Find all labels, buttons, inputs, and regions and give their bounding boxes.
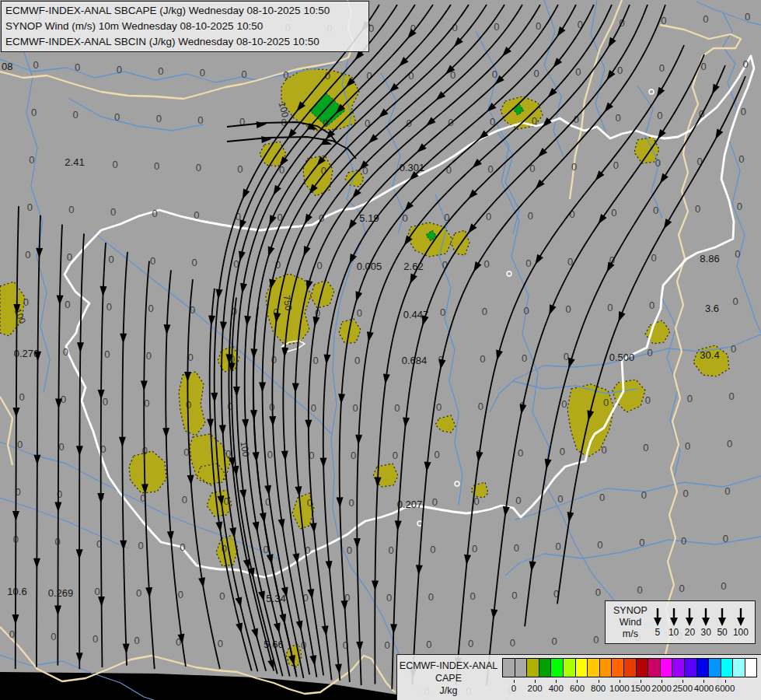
cape-color-cell — [563, 658, 576, 677]
grid-zero-label: 0 — [745, 11, 750, 23]
grid-zero-label: 0 — [468, 638, 473, 649]
cape-color-cell — [648, 658, 661, 677]
grid-zero-label: 0 — [735, 248, 740, 260]
grid-zero-label: 0 — [110, 206, 116, 218]
wind-speed-label: 20 — [685, 627, 695, 638]
cape-legend-title: ECMWF-INDEX-ANAL CAPE J/kg — [397, 655, 500, 697]
cape-color-cell — [515, 658, 528, 677]
cape-scale-tick — [599, 680, 599, 683]
grid-zero-label: 0 — [737, 201, 742, 212]
grid-zero-label: 0 — [723, 533, 728, 544]
station-value-label: 2.41 — [65, 156, 84, 168]
grid-zero-label: 0 — [156, 113, 162, 124]
grid-zero-label: 0 — [219, 590, 225, 602]
grid-zero-label: 0 — [25, 249, 30, 261]
cape-scale-tick — [556, 680, 557, 683]
grid-zero-label: 0 — [59, 441, 65, 453]
wind-speed-label: 30 — [701, 627, 711, 638]
down-arrow-icon — [652, 607, 663, 627]
grid-zero-label: 0 — [637, 584, 643, 596]
grid-zero-label: 0 — [31, 107, 37, 118]
grid-zero-label: 0 — [565, 303, 571, 315]
grid-zero-label: 0 — [557, 493, 563, 505]
cape-color-cell — [672, 658, 685, 677]
cape-color-cell — [623, 658, 637, 677]
grid-zero-label: 0 — [536, 20, 541, 32]
cape-scale-label: 200 — [528, 684, 543, 693]
grid-zero-label: 0 — [351, 450, 356, 461]
grid-zero-label: 0 — [478, 401, 483, 412]
cape-legend-model: ECMWF-INDEX-ANAL — [397, 660, 500, 672]
cape-scale-tick — [682, 680, 683, 683]
weather-map: 0000000000000000000000000000000000000000… — [0, 0, 761, 700]
grid-zero-label: 0 — [474, 495, 480, 507]
clipped-isobar-label: 08 — [2, 61, 12, 72]
grid-zero-label: 0 — [556, 541, 561, 552]
cape-color-cell — [660, 658, 673, 677]
grid-zero-label: 0 — [597, 539, 602, 551]
grid-zero-label: 0 — [470, 590, 475, 602]
grid-zero-label: 0 — [27, 201, 33, 213]
grid-zero-label: 0 — [727, 438, 732, 450]
grid-zero-label: 0 — [104, 348, 110, 360]
title-line-wind: SYNOP Wind (m/s) 10m Wednesday 08-10-202… — [5, 19, 365, 34]
grid-zero-label: 0 — [742, 58, 748, 70]
grid-zero-label: 0 — [354, 355, 360, 366]
cape-color-cell — [684, 658, 697, 677]
cape-scale-tick — [535, 680, 536, 683]
cape-color-cell — [587, 658, 600, 677]
cape-scale-label: 1000 — [609, 684, 630, 693]
grid-zero-label: 0 — [241, 68, 246, 80]
grid-zero-label: 0 — [643, 442, 648, 453]
grid-zero-label: 0 — [639, 537, 644, 548]
grid-zero-label: 0 — [108, 254, 113, 265]
grid-zero-label: 0 — [685, 440, 690, 452]
station-value-label: 5.34 — [266, 593, 285, 604]
wind-speed-label: 10 — [668, 627, 679, 638]
grid-zero-label: 0 — [593, 634, 599, 646]
grid-zero-label: 0 — [494, 21, 499, 33]
cape-scale-label: 1500 — [630, 684, 651, 693]
wind-legend-title: SYNOP Wind m/s — [606, 605, 652, 640]
grid-zero-label: 0 — [731, 343, 736, 355]
cape-scale-tick — [577, 680, 578, 683]
grid-zero-label: 0 — [575, 66, 581, 78]
grid-zero-label: 0 — [651, 252, 657, 264]
grid-zero-label: 0 — [434, 449, 439, 460]
grid-zero-label: 0 — [237, 163, 243, 175]
grid-zero-label: 0 — [114, 111, 120, 123]
cape-color-cell — [539, 658, 552, 677]
grid-zero-label: 0 — [103, 396, 108, 408]
grid-zero-label: 0 — [510, 637, 515, 649]
grid-zero-label: 0 — [152, 208, 158, 219]
grid-zero-label: 0 — [647, 347, 652, 359]
cape-color-cell — [550, 658, 564, 677]
grid-zero-label: 0 — [182, 494, 187, 506]
grid-zero-label: 0 — [428, 591, 434, 603]
grid-zero-label: 0 — [514, 542, 519, 554]
grid-zero-label: 0 — [68, 204, 74, 215]
grid-zero-label: 0 — [178, 589, 183, 600]
grid-zero-label: 0 — [482, 306, 487, 317]
grid-zero-label: 0 — [9, 628, 15, 640]
grid-zero-label: 0 — [703, 13, 708, 25]
grid-zero-label: 0 — [440, 306, 445, 318]
cape-color-cell — [599, 658, 613, 677]
wind-speed-sample: 50 — [717, 607, 728, 638]
grid-zero-label: 0 — [348, 497, 354, 509]
grid-zero-label: 0 — [106, 301, 112, 313]
grid-zero-label: 0 — [347, 544, 352, 556]
cape-color-cell — [745, 658, 758, 677]
down-arrow-icon — [700, 607, 711, 627]
grid-zero-label: 0 — [681, 535, 686, 547]
grid-zero-label: 0 — [657, 110, 662, 121]
grid-zero-label: 0 — [613, 159, 619, 171]
grid-zero-label: 0 — [733, 296, 738, 307]
cape-scale-tick — [641, 680, 641, 683]
grid-zero-label: 0 — [483, 258, 489, 270]
grid-zero-label: 0 — [154, 160, 159, 172]
down-arrow-icon — [668, 607, 679, 627]
grid-zero-label: 0 — [67, 251, 72, 263]
cape-scale-tick — [514, 680, 515, 683]
grid-zero-label: 0 — [158, 65, 163, 77]
